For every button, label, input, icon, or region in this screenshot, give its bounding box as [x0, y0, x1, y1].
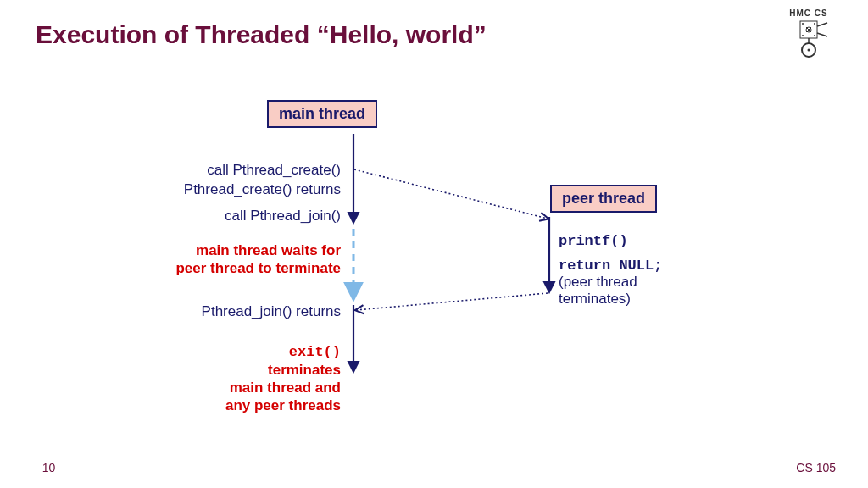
svg-point-3 [802, 35, 804, 36]
svg-point-2 [814, 23, 815, 25]
page-number: – 10 – [32, 461, 65, 474]
logo-text: HMC CS [783, 8, 834, 18]
label-wait-1: main thread waits for [196, 241, 341, 259]
label-peer-term-1: (peer thread [559, 273, 637, 291]
label-term-3: any peer threads [225, 396, 341, 414]
label-create-returns: Pthread_create() returns [184, 180, 341, 198]
hmc-cs-logo: HMC CS [783, 8, 834, 59]
spawn-arrow [354, 169, 548, 219]
svg-line-9 [817, 33, 827, 36]
label-printf: printf() [559, 232, 628, 251]
join-arrow [356, 293, 548, 310]
label-wait-2: peer thread to terminate [175, 259, 341, 277]
main-thread-box: main thread [267, 100, 377, 128]
label-term-2: main thread and [230, 379, 341, 396]
peer-thread-label: peer thread [562, 190, 645, 207]
slide-title: Execution of Threaded “Hello, world” [36, 20, 487, 49]
course-code: CS 105 [796, 461, 836, 474]
label-call-join: call Pthread_join() [225, 207, 341, 225]
main-thread-label: main thread [279, 105, 365, 122]
svg-point-1 [802, 23, 804, 25]
svg-point-11 [808, 49, 810, 52]
svg-point-4 [814, 35, 815, 36]
label-call-create: call Pthread_create() [207, 161, 341, 179]
peer-thread-box: peer thread [550, 185, 657, 213]
label-return-null: return NULL; [559, 258, 662, 274]
label-term-1: terminates [268, 361, 341, 379]
label-exit: exit() [289, 343, 341, 361]
svg-line-8 [817, 23, 827, 26]
label-join-returns: Pthread_join() returns [202, 302, 341, 320]
diagram-arrows [0, 0, 868, 488]
label-peer-term-2: terminates) [559, 290, 631, 308]
